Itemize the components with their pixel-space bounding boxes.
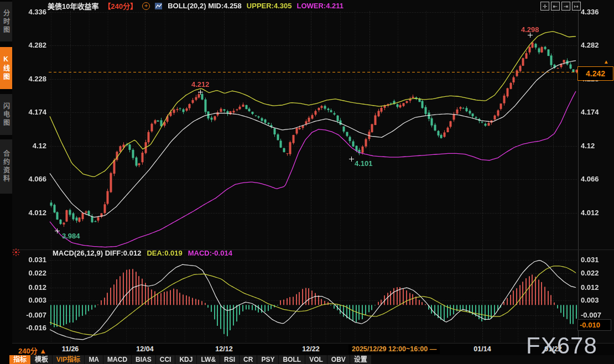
macd-dea-legend: DEA:0.019 [147,249,182,257]
price-annotation-low-mid: 4.101 [355,159,373,168]
toolbar-button-rsi[interactable]: RSI [220,355,239,364]
macd-axis-label: 0.003 [581,296,613,304]
sidebar-tab-contract-info[interactable]: 合约资料 [0,139,12,194]
toolbar-button-kdj[interactable]: KDJ [175,355,196,364]
price-axis-label: 4.12 [581,142,613,150]
macd-axis-label: -0.007 [581,311,613,319]
indicator-settings-icon[interactable] [12,248,20,256]
x-axis-label: 11/26 [55,345,86,353]
toolbar-button-cr[interactable]: CR [240,355,257,364]
price-axis-label: 4.174 [581,108,613,116]
trading-app: 分时图K线图闪电图合约资料 美债10年收益率 【240分】 + BOLL(20,… [0,0,614,364]
sidebar-tab-label: 分时图 [2,9,11,34]
toolbar-button-bias[interactable]: BIAS [132,355,155,364]
price-axis-label: 4.174 [18,108,46,116]
current-macd-tag: -0.010 [577,319,611,331]
boll-upper-legend: UPPER:4.305 [247,2,292,10]
price-axis-label: 4.336 [581,8,613,16]
crosshair-marker [528,33,533,38]
period-badge[interactable]: 【240分】 [103,1,137,11]
macd-axis-label: 0.003 [18,296,46,304]
x-axis-label: 01/14 [467,345,498,353]
price-axis-label: 4.066 [18,175,46,183]
crosshair-marker [55,228,60,233]
chart-nav-buttons: ✛⇤⇥↦ [540,2,581,11]
indicator-toolbar: 指标模板VIP指标MAMACDBIASCCIKDJLW&RSICRPSYBOLL… [9,355,371,364]
x-axis-row: 240分 ▲ 11/2612/0412/1212/2201/1401/22 20… [0,344,614,355]
macd-axis-label: 0.031 [581,256,613,264]
price-annotation-low-left: 3.984 [62,232,80,240]
macd-axis-label: -0.016 [18,324,46,332]
date-highlight-badge: 2025/12/29 12:00~16:00 — [348,345,440,354]
price-axis-label: 4.066 [581,175,613,183]
chart-canvas[interactable] [0,0,614,364]
toolbar-button-boll[interactable]: BOLL [279,355,305,364]
pan-right-icon[interactable]: ↦ [572,2,581,11]
toolbar-button-vip-indicator[interactable]: VIP指标 [53,355,84,364]
sidebar: 分时图K线图闪电图合约资料 [0,0,12,364]
sidebar-tab-time-share[interactable]: 分时图 [0,2,12,41]
toolbar-button-obv[interactable]: OBV [327,355,350,364]
price-axis-label: 4.282 [18,41,46,49]
macd-axis-label: 0.022 [18,269,46,277]
macd-diff-legend: MACD(26,12,9) DIFF:0.012 [53,249,141,257]
toolbar-button-settings[interactable]: 设置 [350,355,371,364]
zoom-in-icon[interactable]: ⇥ [561,2,570,11]
toolbar-button-indicator[interactable]: 指标 [9,355,30,364]
sidebar-tab-label: K线图 [2,55,11,81]
price-axis-label: 4.12 [18,142,46,150]
crosshair-marker [349,157,354,162]
sidebar-tab-label: 合约资料 [2,150,11,183]
sidebar-tab-label: 闪电图 [2,102,11,127]
price-axis-label: 4.012 [581,209,613,217]
boll-lower-legend: LOWER:4.211 [296,2,344,10]
toolbar-button-psy[interactable]: PSY [257,355,278,364]
toolbar-button-cci[interactable]: CCI [156,355,175,364]
macd-axis-label: 0.022 [581,269,613,277]
macd-axis-label: -0.007 [18,311,46,319]
macd-axis-label: 0.012 [18,283,46,292]
price-axis-label: 4.282 [581,41,613,49]
macd-value-legend: MACD:-0.014 [188,249,232,257]
sidebar-tab-lightning[interactable]: 闪电图 [0,94,12,135]
x-axis-label: 12/04 [129,345,160,353]
price-annotation-high-mid: 4.212 [191,80,210,89]
watermark: FX678 [526,332,597,359]
toolbar-button-lwr[interactable]: LW& [197,355,220,364]
mini-chart-icon[interactable] [155,2,163,10]
toolbar-button-macd[interactable]: MACD [103,355,131,364]
toolbar-button-template[interactable]: 模板 [31,355,52,364]
boll-legend: BOLL(20,2) MID:4.258 [168,2,242,10]
toolbar-button-vol[interactable]: VOL [305,355,327,364]
price-axis-label: 4.012 [18,209,46,217]
price-alert-icon[interactable]: ▲ [603,59,609,65]
price-axis-label: 4.336 [18,8,46,16]
crosshair-marker [198,90,203,95]
toolbar-button-ma[interactable]: MA [85,355,103,364]
page-title: 美债10年收益率 [48,1,98,11]
sidebar-tab-kline[interactable]: K线图 [0,47,12,89]
x-axis-label: 12/12 [209,345,240,353]
current-price-tag: 4.242 [577,66,613,81]
price-axis-label: 4.228 [18,75,46,83]
macd-legend: MACD(26,12,9) DIFF:0.012 DEA:0.019 MACD:… [53,249,232,257]
macd-axis-label: 0.012 [581,283,613,292]
zoom-out-icon[interactable]: ⇤ [551,2,560,11]
crosshair-icon[interactable]: ✛ [540,2,549,11]
macd-axis-label: 0.031 [18,256,46,264]
x-axis-label: 12/22 [295,345,326,353]
chart-header: 美债10年收益率 【240分】 + BOLL(20,2) MID:4.258 U… [48,1,344,11]
period-footer-button[interactable]: 240分 ▲ [18,345,46,356]
add-alert-icon[interactable]: + [142,2,150,10]
